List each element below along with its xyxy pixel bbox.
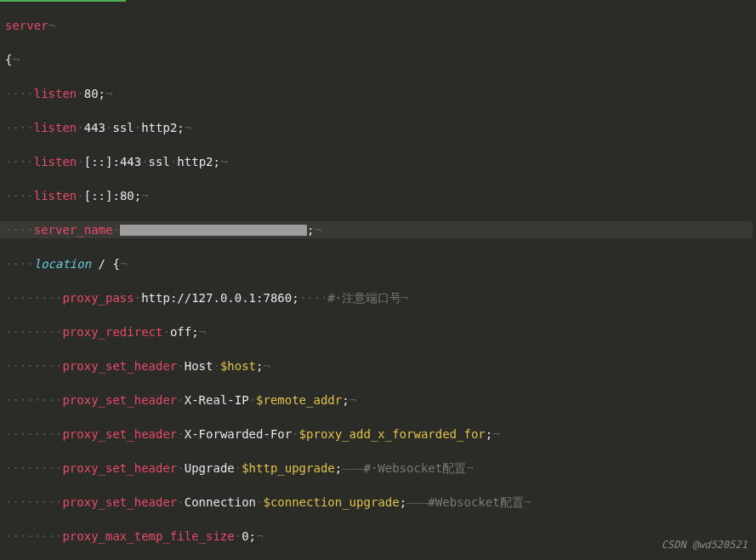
code-editor: server¬ {¬ ····listen·80;¬ ····listen·44… [0, 0, 756, 560]
highlighted-line: ····server_name·;¬ [0, 221, 753, 238]
kw-server: server [5, 19, 48, 32]
watermark: CSDN @wd520521 [662, 536, 747, 553]
redacted-server-name [120, 225, 307, 236]
